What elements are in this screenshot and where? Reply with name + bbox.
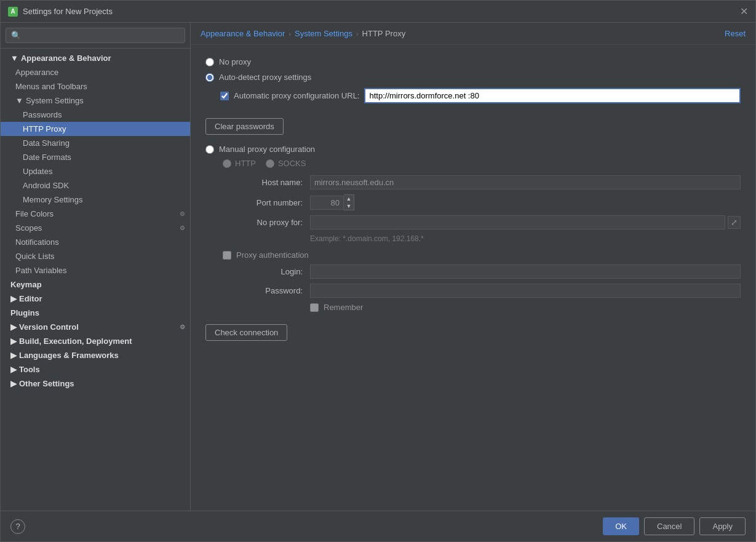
expand-arrow: ▼ xyxy=(10,54,18,63)
reset-button[interactable]: Reset xyxy=(725,29,746,38)
sidebar-item-appearance-behavior[interactable]: ▼ Appearance & Behavior xyxy=(1,51,190,65)
breadcrumb-system-settings[interactable]: System Settings xyxy=(295,29,352,38)
sidebar-item-label: Tools xyxy=(19,365,40,374)
no-proxy-radio[interactable] xyxy=(205,58,214,66)
auto-config-row: Automatic proxy configuration URL: xyxy=(220,88,741,103)
proxy-type-group: HTTP SOCKS xyxy=(223,159,741,168)
sidebar-item-label: Appearance xyxy=(15,68,58,77)
sidebar-item-label: Data Sharing xyxy=(23,138,70,148)
proxy-form-grid: Host name: Port number: ▲ ▼ No proxy for… xyxy=(223,175,741,243)
auto-config-url-input[interactable] xyxy=(364,88,741,103)
sidebar-item-notifications[interactable]: Notifications xyxy=(1,235,190,249)
breadcrumb-appearance-behavior[interactable]: Appearance & Behavior xyxy=(201,29,285,38)
port-up-button[interactable]: ▲ xyxy=(344,195,354,202)
socks-type-radio[interactable] xyxy=(266,159,274,168)
password-input[interactable] xyxy=(310,284,741,298)
sidebar-item-appearance[interactable]: Appearance xyxy=(1,65,190,79)
settings-icon: ⚙ xyxy=(180,225,185,231)
breadcrumb: Appearance & Behavior › System Settings … xyxy=(191,23,755,45)
sidebar-item-languages-frameworks[interactable]: ▶ Languages & Frameworks xyxy=(1,348,190,362)
title-bar-left: A Settings for New Projects xyxy=(8,7,113,17)
sidebar-item-version-control[interactable]: ▶ Version Control ⚙ xyxy=(1,320,190,334)
main-area: ▼ Appearance & Behavior Appearance Menus… xyxy=(1,23,755,511)
sidebar-item-label: Plugins xyxy=(10,308,39,317)
sidebar-item-http-proxy[interactable]: HTTP Proxy xyxy=(1,122,190,136)
expand-arrow: ▶ xyxy=(10,351,17,360)
sidebar-item-other-settings[interactable]: ▶ Other Settings xyxy=(1,377,190,391)
sidebar-item-label: HTTP Proxy xyxy=(23,124,66,134)
auto-config-label[interactable]: Automatic proxy configuration URL: xyxy=(234,91,359,100)
sidebar-item-label: Android SDK xyxy=(23,181,69,190)
host-name-input[interactable] xyxy=(310,175,741,189)
sidebar-item-scopes[interactable]: Scopes ⚙ xyxy=(1,221,190,235)
http-type-label[interactable]: HTTP xyxy=(235,159,256,168)
sidebar-item-passwords[interactable]: Passwords xyxy=(1,108,190,122)
settings-dialog: A Settings for New Projects ✕ ▼ Appearan… xyxy=(0,0,756,542)
socks-type-label[interactable]: SOCKS xyxy=(278,159,306,168)
sidebar-item-menus-toolbars[interactable]: Menus and Toolbars xyxy=(1,79,190,94)
sidebar-item-label: Scopes xyxy=(15,223,42,233)
manual-proxy-label[interactable]: Manual proxy configuration xyxy=(219,145,315,154)
apply-button[interactable]: Apply xyxy=(699,517,746,535)
footer: ? OK Cancel Apply xyxy=(1,511,755,541)
sidebar-item-path-variables[interactable]: Path Variables xyxy=(1,263,190,277)
title-bar: A Settings for New Projects ✕ xyxy=(1,1,755,23)
app-icon: A xyxy=(8,7,18,17)
clear-passwords-button[interactable]: Clear passwords xyxy=(205,118,284,135)
sidebar-item-label: Version Control xyxy=(19,322,79,332)
no-proxy-for-input[interactable] xyxy=(310,215,725,229)
close-button[interactable]: ✕ xyxy=(740,6,748,17)
sidebar-item-label: Editor xyxy=(19,294,42,303)
sidebar-item-editor[interactable]: ▶ Editor xyxy=(1,292,190,306)
sidebar-item-keymap[interactable]: Keymap xyxy=(1,277,190,292)
port-number-input[interactable] xyxy=(310,196,344,210)
sidebar-item-label: File Colors xyxy=(15,209,54,218)
sidebar-item-label: Languages & Frameworks xyxy=(19,351,119,360)
sidebar-item-file-colors[interactable]: File Colors ⚙ xyxy=(1,207,190,221)
content-body: No proxy Auto-detect proxy settings Auto… xyxy=(191,45,755,511)
sidebar-item-data-sharing[interactable]: Data Sharing xyxy=(1,136,190,150)
sidebar-item-label: Passwords xyxy=(23,110,62,119)
sidebar-item-label: Keymap xyxy=(10,280,42,289)
example-text: Example: *.domain.com, 192.168.* xyxy=(310,234,741,243)
ok-button[interactable]: OK xyxy=(603,517,639,535)
http-radio-group: HTTP xyxy=(223,159,256,168)
sidebar-item-label: Path Variables xyxy=(15,266,67,275)
sidebar: ▼ Appearance & Behavior Appearance Menus… xyxy=(1,23,191,511)
sidebar-item-system-settings[interactable]: ▼ System Settings xyxy=(1,94,190,108)
search-input[interactable] xyxy=(6,28,185,43)
remember-label[interactable]: Remember xyxy=(324,303,363,312)
no-proxy-label[interactable]: No proxy xyxy=(219,57,251,66)
sidebar-item-build-execution[interactable]: ▶ Build, Execution, Deployment xyxy=(1,334,190,348)
http-type-radio[interactable] xyxy=(223,159,231,168)
check-connection-button[interactable]: Check connection xyxy=(205,324,287,341)
expand-arrow: ▼ xyxy=(15,96,23,105)
no-proxy-for-row: ⤢ xyxy=(310,215,741,229)
sidebar-item-date-formats[interactable]: Date Formats xyxy=(1,150,190,164)
port-down-button[interactable]: ▼ xyxy=(344,202,354,210)
auto-detect-label[interactable]: Auto-detect proxy settings xyxy=(219,73,311,82)
sidebar-item-memory-settings[interactable]: Memory Settings xyxy=(1,193,190,207)
sidebar-item-tools[interactable]: ▶ Tools xyxy=(1,362,190,377)
expand-arrow: ▶ xyxy=(10,294,17,303)
port-number-label: Port number: xyxy=(223,198,303,207)
manual-proxy-radio[interactable] xyxy=(205,145,214,154)
sidebar-item-quick-lists[interactable]: Quick Lists xyxy=(1,249,190,263)
sidebar-item-android-sdk[interactable]: Android SDK xyxy=(1,178,190,193)
auto-config-checkbox[interactable] xyxy=(220,92,229,100)
proxy-auth-checkbox[interactable] xyxy=(223,251,231,260)
proxy-auth-row: Proxy authentication xyxy=(223,250,741,260)
help-button[interactable]: ? xyxy=(10,519,25,534)
no-proxy-expand-button[interactable]: ⤢ xyxy=(728,216,741,229)
login-input[interactable] xyxy=(310,265,741,279)
sidebar-item-plugins[interactable]: Plugins xyxy=(1,306,190,320)
proxy-auth-section: Proxy authentication Login: Password: xyxy=(223,250,741,312)
remember-checkbox[interactable] xyxy=(310,303,319,312)
sidebar-item-updates[interactable]: Updates xyxy=(1,164,190,178)
sidebar-item-label: Updates xyxy=(23,167,52,176)
cancel-button[interactable]: Cancel xyxy=(644,517,694,535)
proxy-auth-label[interactable]: Proxy authentication xyxy=(236,250,309,260)
sidebar-item-label: Quick Lists xyxy=(15,252,55,261)
auto-detect-radio[interactable] xyxy=(205,73,214,82)
port-number-group: ▲ ▼ xyxy=(310,194,359,210)
